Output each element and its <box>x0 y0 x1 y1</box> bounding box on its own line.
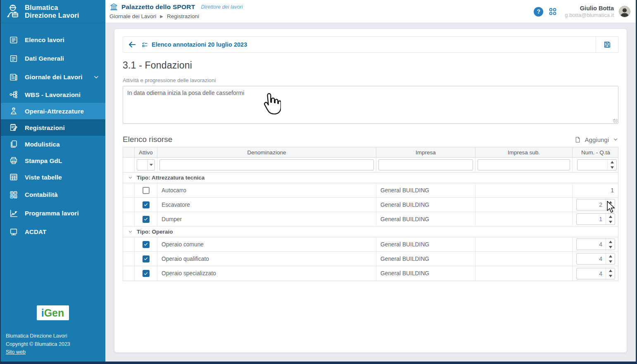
caret-down-icon <box>150 164 153 166</box>
expand-cell <box>123 252 135 266</box>
attivo-cell <box>135 212 157 226</box>
breadcrumb-separator-icon: ▶ <box>160 14 163 19</box>
column-header-expand <box>123 147 135 157</box>
qty-cell: 4 <box>573 237 619 251</box>
sidebar-item-programma-lavori[interactable]: Programma lavori <box>0 204 105 222</box>
spinner-down-button[interactable] <box>606 244 615 250</box>
table-header-row: AttivoDenominazioneImpresaImpresa sub.Nu… <box>123 147 618 158</box>
documents-icon <box>9 139 18 149</box>
content-area: Elenco annotazioni 20 luglio 2023 3.1 - … <box>105 23 637 362</box>
table-row: Escavatore General BUILDING 2 <box>123 198 618 212</box>
checkbox-checked[interactable] <box>143 255 150 262</box>
table-row: Dumper General BUILDING 1 <box>123 212 618 227</box>
table-filter-row <box>123 158 618 173</box>
qty-value[interactable]: 2 <box>577 199 606 210</box>
qty-filter-spinner[interactable] <box>577 159 617 170</box>
attivo-filter-select[interactable] <box>137 159 155 170</box>
save-button[interactable] <box>596 37 618 52</box>
project-role: Direttore dei lavori <box>201 4 242 10</box>
impresa-sub-cell <box>475 212 573 226</box>
igen-logo-gen: Gen <box>44 307 64 319</box>
sidebar-item-label: Stampa GdL <box>25 157 62 164</box>
spinner-up-button[interactable] <box>606 199 615 205</box>
sidebar-item-dati-generali[interactable]: Dati Generali <box>0 49 105 68</box>
qty-spinner[interactable]: 4 <box>576 268 615 279</box>
sidebar-item-giornale-dei-lavori[interactable]: Giornale dei Lavori <box>0 68 105 86</box>
denominazione-filter-input[interactable] <box>159 159 374 170</box>
table-icon <box>9 173 18 182</box>
sidebar-item-acdat[interactable]: ACDAT <box>0 222 105 241</box>
spinner-up-button[interactable] <box>606 268 615 274</box>
qty-spinner[interactable]: 4 <box>576 239 615 250</box>
help-icon[interactable]: ? <box>534 7 543 17</box>
impresa-cell: General BUILDING <box>376 183 475 197</box>
chevron-down-icon <box>93 74 100 80</box>
org-chart-icon <box>9 90 18 99</box>
spinner-down-button[interactable] <box>606 274 615 279</box>
sidebar-item-stampa-gdl[interactable]: Stampa GdL <box>0 152 105 169</box>
annotation-list-icon <box>141 41 148 48</box>
sidebar-item-registrazioni[interactable]: Registrazioni <box>0 119 105 136</box>
checkbox-unchecked[interactable] <box>143 187 150 194</box>
user-name: Giulio Botta <box>565 5 614 12</box>
add-resource-button[interactable]: Aggiungi <box>574 136 618 143</box>
list-icon <box>9 35 18 45</box>
igen-logo: iGen <box>37 305 69 320</box>
spinner-up-button[interactable] <box>608 160 616 165</box>
apps-grid-icon[interactable] <box>548 7 557 16</box>
spinner-down-button[interactable] <box>606 259 615 264</box>
impresa-cell: General BUILDING <box>376 198 475 212</box>
checkbox-checked[interactable] <box>143 201 150 208</box>
qty-spinner[interactable]: 1 <box>576 213 615 225</box>
checkbox-checked[interactable] <box>143 241 150 248</box>
breadcrumb-giornale[interactable]: Giornale dei Lavori <box>109 13 156 19</box>
annotation-list-link[interactable]: Elenco annotazioni 20 luglio 2023 <box>152 41 247 48</box>
qty-cell: 4 <box>573 252 619 266</box>
sidebar-item-contabilit-[interactable]: Contabilità <box>0 185 105 204</box>
qty-value[interactable]: 4 <box>577 239 606 250</box>
main-card: Elenco annotazioni 20 luglio 2023 3.1 - … <box>114 29 627 352</box>
sidebar-item-wbs-lavorazioni[interactable]: WBS - Lavorazioni <box>0 86 105 103</box>
spinner-up-button[interactable] <box>606 253 615 259</box>
sidebar-item-elenco-lavori[interactable]: Elenco lavori <box>0 31 105 49</box>
spinner-down-button[interactable] <box>606 205 615 210</box>
sidebar-item-modulistica[interactable]: Modulistica <box>0 136 105 152</box>
sidebar-item-operai-attrezzature[interactable]: Operai-Attrezzature <box>0 103 105 119</box>
sidebar-item-viste-tabelle[interactable]: Viste tabelle <box>0 169 105 185</box>
avatar[interactable] <box>619 6 630 17</box>
sidebar-item-label: Dati Generali <box>25 55 64 62</box>
add-resource-label: Aggiungi <box>585 136 609 143</box>
footer-app-name: Blumatica Direzione Lavori <box>6 333 105 339</box>
spinner-down-button[interactable] <box>606 219 615 225</box>
column-header-Attivo: Attivo <box>135 147 157 157</box>
back-arrow-icon[interactable] <box>123 40 141 49</box>
filter-qty-cell <box>573 158 619 172</box>
group-toggle[interactable]: Tipo: Attrezzatura tecnica <box>123 173 619 183</box>
spinner-up-button[interactable] <box>606 214 615 219</box>
column-header-Num. - Q.tà: Num. - Q.tà <box>573 147 619 157</box>
journal-icon <box>9 73 18 82</box>
spinner-down-button[interactable] <box>608 165 616 170</box>
group-toggle[interactable]: Tipo: Operaio <box>123 227 619 237</box>
qty-value[interactable]: 1 <box>577 214 606 225</box>
qty-spinner[interactable]: 2 <box>576 199 615 210</box>
table-row: Autocarro General BUILDING 1 <box>123 183 618 198</box>
checkbox-checked[interactable] <box>143 270 150 277</box>
activity-textarea[interactable] <box>123 86 618 124</box>
qty-cell: 1 <box>573 183 619 197</box>
user-email: g.botta@blumatica.it <box>565 12 614 19</box>
qty-spinner[interactable]: 4 <box>576 253 615 265</box>
qty-value[interactable]: 4 <box>577 268 606 279</box>
impresa-sub-cell <box>475 183 573 197</box>
impresa-sub-filter-input[interactable] <box>478 159 570 170</box>
qty-value[interactable]: 4 <box>577 253 606 264</box>
igen-logo-i: i <box>41 307 44 319</box>
impresa-filter-input[interactable] <box>378 159 473 170</box>
sidebar-item-label: Viste tabelle <box>25 174 62 181</box>
spinner-up-button[interactable] <box>606 239 615 244</box>
footer-website-link[interactable]: Sito web <box>6 349 105 355</box>
breadcrumb: Giornale dei Lavori ▶ Registrazioni <box>109 13 243 19</box>
qty-cell: 4 <box>573 266 619 281</box>
sidebar-item-label: Programma lavori <box>25 210 79 217</box>
checkbox-checked[interactable] <box>143 216 150 223</box>
